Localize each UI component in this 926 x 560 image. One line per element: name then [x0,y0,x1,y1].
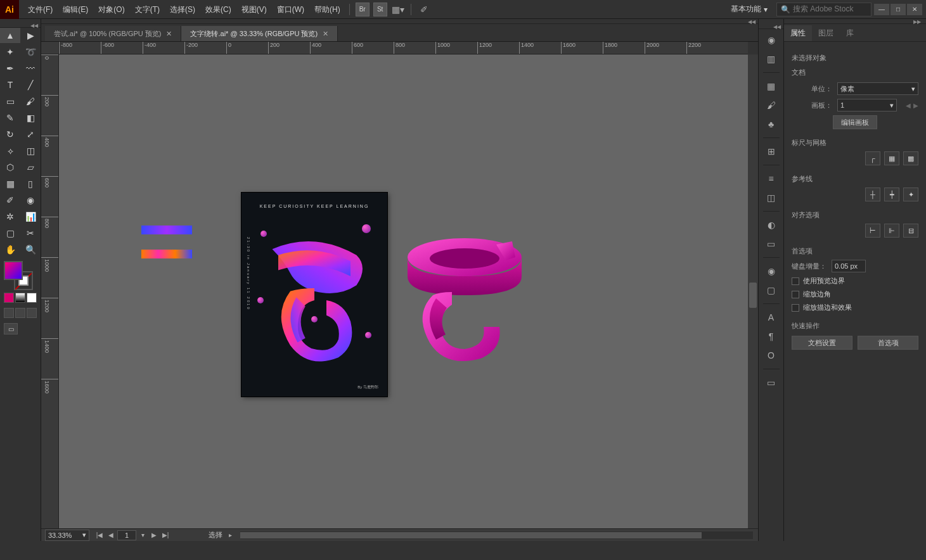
stroke-panel-icon[interactable]: ⊞ [762,143,781,160]
ruler-icon[interactable]: ┌ [865,151,880,165]
rectangle-tool[interactable]: ▭ [0,94,20,109]
swatch-none[interactable] [27,293,37,303]
guides-lock-icon[interactable]: ┿ [884,188,899,201]
guides-visibility-icon[interactable]: ┼ [865,188,880,201]
preferences-button[interactable]: 首选项 [858,336,918,350]
type-tool[interactable]: T [0,77,20,92]
checkbox-preview-bounds[interactable] [792,277,799,285]
artboard-tool[interactable]: ▢ [0,226,20,241]
checkbox-scale-corners[interactable] [792,291,799,298]
grid-icon[interactable]: ▦ [884,151,899,165]
collapse-icon[interactable]: ◀◀ [748,19,756,23]
menu-object[interactable]: 对象(O) [93,0,129,19]
gradient-tool[interactable]: ▯ [20,176,41,191]
pathfinder-panel-icon[interactable]: ◫ [762,189,781,206]
graph-tool[interactable]: 📊 [20,209,41,224]
snap-pixel-icon[interactable]: ⊢ [865,224,880,238]
paragraph-panel-icon[interactable]: ¶ [762,328,781,345]
tool-dropdown[interactable]: ▸ [225,530,235,540]
transparency-grid-icon[interactable]: ▩ [903,151,918,165]
swatches-panel-icon[interactable]: ▦ [762,78,781,94]
snap-point-icon[interactable]: ⊩ [884,224,899,238]
prev-artboard[interactable]: ◀ [106,530,116,540]
opentype-panel-icon[interactable]: O [762,347,781,364]
graphic-styles-icon[interactable]: ▢ [762,282,781,298]
draw-inside[interactable] [27,308,37,318]
checkbox-scale-strokes[interactable] [792,304,799,312]
smart-guides-icon[interactable]: ✦ [903,188,918,201]
artboard-dropdown[interactable]: ▾ [138,530,148,540]
maximize-button[interactable]: □ [891,4,906,15]
close-icon[interactable]: ✕ [166,30,172,38]
color-wells[interactable] [4,261,33,290]
color-guide-icon[interactable]: ▥ [762,51,781,67]
mesh-tool[interactable]: ▦ [0,176,20,191]
menu-file[interactable]: 文件(F) [23,0,58,19]
key-increment-input[interactable] [832,260,866,272]
tab-libraries[interactable]: 库 [840,25,860,41]
zoom-level[interactable]: 33.33%▾ [45,530,89,541]
vertical-scrollbar[interactable] [748,54,758,528]
collapse-icon[interactable]: ◀◀ [30,23,38,27]
swatch-gradient[interactable] [15,293,25,303]
shape-builder-tool[interactable]: ⬡ [0,160,20,175]
lasso-tool[interactable]: ➰ [20,44,41,60]
horizontal-scrollbar[interactable] [240,531,753,539]
character-panel-icon[interactable]: A [762,309,781,326]
shaper-tool[interactable]: ✎ [0,110,20,125]
symbols-panel-icon[interactable]: ♣ [762,116,781,132]
prev-icon[interactable]: ◀ [906,102,911,109]
minimize-button[interactable]: — [874,4,889,15]
edit-artboard-button[interactable]: 编辑画板 [833,115,877,129]
perspective-tool[interactable]: ▱ [20,160,41,175]
hand-tool[interactable]: ✋ [0,242,20,257]
bridge-icon[interactable]: Br [356,3,370,16]
asset-export-icon[interactable]: ▭ [762,374,781,391]
first-artboard[interactable]: |◀ [94,530,105,540]
slice-tool[interactable]: ✂ [20,226,41,241]
symbol-sprayer-tool[interactable]: ✲ [0,209,20,224]
canvas[interactable]: KEEP CURIOSITY KEEP LEARNING 21:30 in Ja… [59,54,748,528]
menu-type[interactable]: 文字(T) [130,0,165,19]
align-panel-icon[interactable]: ≡ [762,170,781,187]
tab-layers[interactable]: 图层 [812,25,840,41]
next-icon[interactable]: ▶ [913,102,918,109]
screen-mode[interactable]: ▭ [4,323,18,334]
brushes-panel-icon[interactable]: 🖌 [762,97,781,113]
gpu-icon[interactable]: ✐ [417,3,431,16]
width-tool[interactable]: ⟡ [0,143,20,158]
tab-properties[interactable]: 属性 [784,25,812,41]
menu-select[interactable]: 选择(S) [165,0,200,19]
document-tab[interactable]: 尝试.ai* @ 100% (RGB/GPU 预览)✕ [45,26,181,41]
paintbrush-tool[interactable]: 🖌 [20,94,41,109]
close-button[interactable]: ✕ [907,4,922,15]
menu-window[interactable]: 窗口(W) [272,0,309,19]
scale-tool[interactable]: ⤢ [20,127,41,142]
ruler-origin[interactable] [41,42,59,54]
artboard-number[interactable]: 1 [117,530,136,540]
arrange-icon[interactable]: ▦▾ [391,3,405,16]
close-icon[interactable]: ✕ [323,30,328,38]
menu-effect[interactable]: 效果(C) [200,0,236,19]
snap-grid-icon[interactable]: ⊟ [903,224,918,238]
direct-selection-tool[interactable]: ▶ [20,28,41,43]
pen-tool[interactable]: ✒ [0,61,20,76]
draw-behind[interactable] [15,308,25,318]
selection-tool[interactable]: ▲ [0,28,20,43]
swatch-color[interactable] [4,293,14,303]
zoom-tool[interactable]: 🔍 [20,242,41,257]
appearance-panel-icon[interactable]: ◉ [762,263,781,279]
collapse-icon[interactable]: ◀◀ [773,24,781,29]
workspace-switcher[interactable]: 基本功能▾ [724,3,774,16]
scrollbar-thumb[interactable] [240,532,702,538]
rotate-tool[interactable]: ↻ [0,127,20,142]
menu-help[interactable]: 帮助(H) [309,0,345,19]
transparency-panel-icon[interactable]: ◐ [762,217,781,233]
artboard-select[interactable]: 1▾ [837,99,897,111]
line-tool[interactable]: ╱ [20,77,41,92]
menu-view[interactable]: 视图(V) [236,0,272,19]
units-select[interactable]: 像素▾ [837,82,918,95]
curvature-tool[interactable]: 〰 [20,61,41,76]
ruler-vertical[interactable]: 02004006008001000120014001600 [41,54,59,528]
eyedropper-tool[interactable]: ✐ [0,193,20,208]
